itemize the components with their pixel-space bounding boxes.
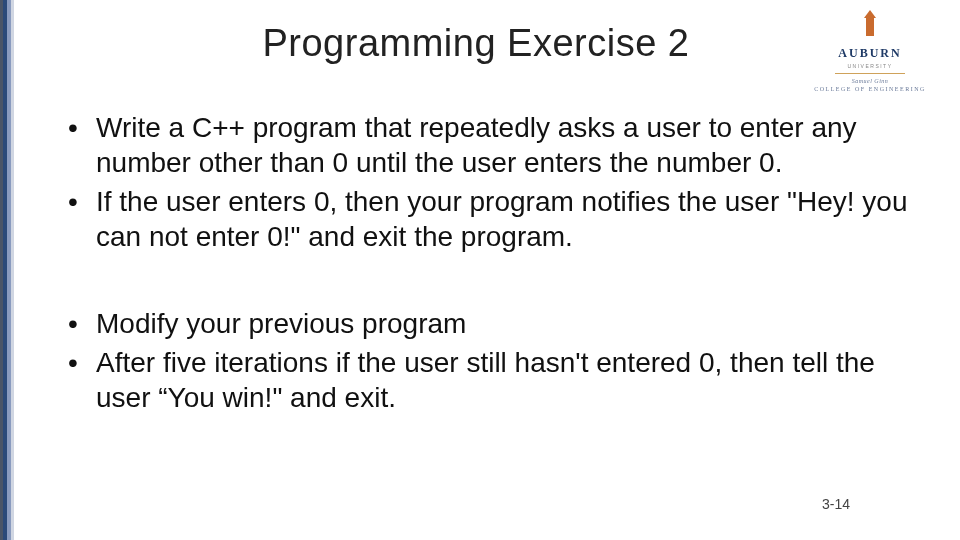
auburn-logo: AUBURN UNIVERSITY Samuel Ginn COLLEGE OF…: [810, 16, 930, 92]
bullet-item: Modify your previous program: [62, 306, 930, 341]
logo-subtext-ginn: Samuel Ginn: [852, 78, 889, 84]
bullet-item: After five iterations if the user still …: [62, 345, 930, 415]
logo-subtext-college: COLLEGE OF ENGINEERING: [814, 86, 926, 92]
tower-icon: [861, 16, 879, 44]
title-row: Programming Exercise 2 AUBURN UNIVERSITY…: [62, 22, 930, 92]
page-number: 3-14: [822, 496, 850, 512]
slide-body: Programming Exercise 2 AUBURN UNIVERSITY…: [14, 0, 960, 540]
logo-subtext-university: UNIVERSITY: [847, 63, 892, 69]
spacer: [62, 258, 930, 306]
bullet-list: Write a C++ program that repeatedly asks…: [62, 110, 930, 254]
bullet-list-2: Modify your previous program After five …: [62, 306, 930, 415]
logo-divider: [835, 73, 905, 74]
logo-wordmark: AUBURN: [838, 46, 901, 61]
slide-title: Programming Exercise 2: [62, 22, 810, 65]
bullet-item: Write a C++ program that repeatedly asks…: [62, 110, 930, 180]
left-accent-rail: [0, 0, 14, 540]
bullet-item: If the user enters 0, then your program …: [62, 184, 930, 254]
